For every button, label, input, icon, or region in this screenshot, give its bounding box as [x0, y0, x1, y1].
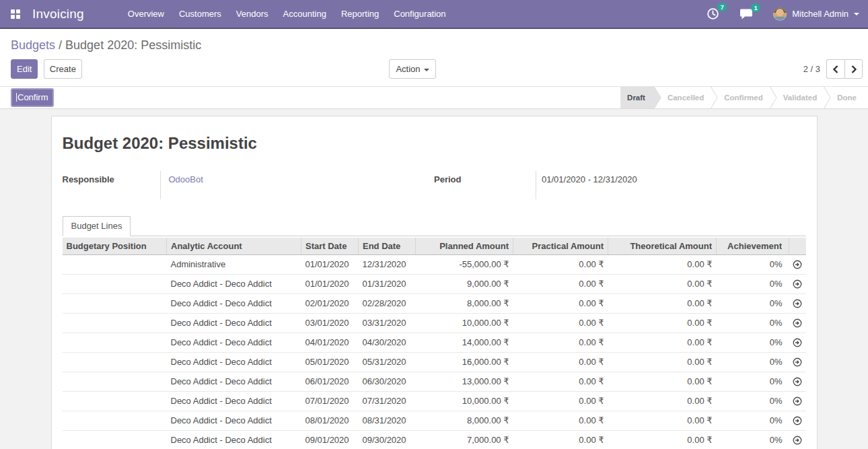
status-step-draft[interactable]: Draft — [620, 87, 661, 108]
cell-planned-amount: 8,000.00 ₹ — [416, 411, 513, 431]
cell-budgetary-position — [63, 314, 167, 333]
tab-budget-lines[interactable]: Budget Lines — [63, 216, 131, 236]
menu-overview[interactable]: Overview — [120, 0, 172, 28]
arrow-circle-right-icon[interactable] — [793, 416, 802, 425]
budget-line-row[interactable]: Deco Addict - Deco Addict05/01/202005/31… — [63, 353, 806, 372]
cell-end-date: 12/31/2020 — [359, 255, 416, 275]
arrow-circle-right-icon[interactable] — [793, 299, 802, 308]
budget-line-row[interactable]: Deco Addict - Deco Addict08/01/202008/31… — [63, 411, 806, 431]
open-record-cell[interactable] — [789, 411, 806, 431]
open-record-cell[interactable] — [789, 431, 806, 449]
status-step-confirmed[interactable]: Confirmed — [718, 87, 769, 108]
open-record-cell[interactable] — [789, 255, 806, 275]
pager-previous-button[interactable] — [826, 59, 844, 79]
menu-reporting[interactable]: Reporting — [334, 0, 386, 28]
pager-next-button[interactable] — [844, 59, 863, 79]
create-button[interactable]: Create — [44, 59, 82, 79]
cell-planned-amount: 9,000.00 ₹ — [416, 275, 513, 294]
menu-customers[interactable]: Customers — [172, 0, 229, 28]
open-record-cell[interactable] — [789, 333, 806, 353]
cell-budgetary-position — [63, 431, 167, 449]
systray: 7 1 Mitchell Admin — [707, 7, 868, 21]
arrow-circle-right-icon[interactable] — [793, 260, 802, 269]
cell-achievement: 0% — [717, 411, 789, 431]
budget-line-row[interactable]: Administrative01/01/202012/31/2020-55,00… — [63, 255, 806, 275]
message-count-badge: 1 — [751, 3, 760, 12]
breadcrumb: Budgets / Budget 2020: Pessimistic — [0, 29, 868, 55]
step-separator — [710, 87, 718, 108]
budget-line-row[interactable]: Deco Addict - Deco Addict03/01/202003/31… — [63, 314, 806, 333]
edit-button[interactable]: Edit — [11, 59, 38, 79]
budget-line-row[interactable]: Deco Addict - Deco Addict06/01/202006/30… — [63, 372, 806, 392]
user-menu[interactable]: Mitchell Admin — [773, 7, 859, 21]
cell-end-date: 07/31/2020 — [359, 392, 416, 411]
column-header-theoretical-amount[interactable]: Theoretical Amount — [608, 238, 717, 255]
cell-achievement: 0% — [717, 392, 789, 411]
menu-vendors[interactable]: Vendors — [229, 0, 276, 28]
cell-start-date: 03/01/2020 — [301, 314, 359, 333]
column-header-practical-amount[interactable]: Practical Amount — [513, 238, 608, 255]
status-step-done[interactable]: Done — [831, 87, 863, 108]
cell-theoretical-amount: 0.00 ₹ — [608, 372, 717, 392]
user-avatar — [773, 7, 787, 21]
cell-analytic-account: Deco Addict - Deco Addict — [167, 431, 301, 449]
budget-line-row[interactable]: Deco Addict - Deco Addict09/01/202009/30… — [63, 431, 806, 449]
arrow-circle-right-icon[interactable] — [793, 396, 802, 406]
cell-practical-amount: 0.00 ₹ — [513, 353, 608, 372]
open-record-cell[interactable] — [789, 275, 806, 294]
status-step-validated[interactable]: Validated — [777, 87, 824, 108]
text-cursor — [16, 93, 17, 102]
column-header-planned-amount[interactable]: Planned Amount — [416, 238, 513, 255]
status-pipeline: DraftCancelledConfirmedValidatedDone — [620, 87, 863, 108]
action-menu-button[interactable]: Action — [389, 59, 436, 79]
cell-analytic-account: Deco Addict - Deco Addict — [167, 275, 301, 294]
cell-end-date: 04/30/2020 — [359, 333, 416, 353]
arrow-circle-right-icon[interactable] — [793, 279, 802, 289]
arrow-circle-right-icon[interactable] — [793, 377, 802, 386]
cell-start-date: 06/01/2020 — [301, 372, 359, 392]
budget-line-row[interactable]: Deco Addict - Deco Addict07/01/202007/31… — [63, 392, 806, 411]
arrow-circle-right-icon[interactable] — [793, 357, 802, 367]
apps-menu-button[interactable] — [0, 0, 31, 28]
menu-configuration[interactable]: Configuration — [386, 0, 453, 28]
notebook: Budget Lines Budgetary PositionAnalytic … — [63, 216, 806, 449]
budget-line-row[interactable]: Deco Addict - Deco Addict01/01/202001/31… — [63, 275, 806, 294]
budget-line-row[interactable]: Deco Addict - Deco Addict04/01/202004/30… — [63, 333, 806, 353]
menu-accounting[interactable]: Accounting — [276, 0, 334, 28]
column-header-start-date[interactable]: Start Date — [301, 238, 359, 255]
messages-button[interactable]: 1 — [739, 8, 753, 20]
breadcrumb-separator: / — [55, 38, 65, 52]
cell-budgetary-position — [63, 333, 167, 353]
activities-button[interactable]: 7 — [707, 7, 719, 20]
open-record-cell[interactable] — [789, 314, 806, 333]
field-period: Period 01/01/2020 - 12/31/2020 — [434, 171, 806, 199]
column-header-end-date[interactable]: End Date — [359, 238, 416, 255]
open-record-cell[interactable] — [789, 294, 806, 314]
confirm-button[interactable]: Confirm — [11, 88, 54, 107]
user-name: Mitchell Admin — [792, 9, 848, 19]
cell-practical-amount: 0.00 ₹ — [513, 255, 608, 275]
cell-analytic-account: Deco Addict - Deco Addict — [167, 294, 301, 314]
status-step-cancelled[interactable]: Cancelled — [661, 87, 710, 108]
app-title[interactable]: Invoicing — [32, 7, 84, 22]
cell-practical-amount: 0.00 ₹ — [513, 294, 608, 314]
column-header-analytic-account[interactable]: Analytic Account — [167, 238, 301, 255]
field-value-responsible[interactable]: OdooBot — [169, 174, 203, 184]
column-header-budgetary-position[interactable]: Budgetary Position — [63, 238, 167, 255]
open-record-cell[interactable] — [789, 372, 806, 392]
arrow-circle-right-icon[interactable] — [793, 436, 802, 445]
budget-line-row[interactable]: Deco Addict - Deco Addict02/01/202002/28… — [63, 294, 806, 314]
pager: 2 / 3 — [803, 59, 863, 79]
open-record-cell[interactable] — [789, 392, 806, 411]
breadcrumb-budgets-link[interactable]: Budgets — [11, 38, 55, 52]
cell-planned-amount: 13,000.00 ₹ — [416, 372, 513, 392]
column-header-achievement[interactable]: Achievement — [717, 238, 789, 255]
column-header-actions — [789, 238, 806, 255]
record-title: Budget 2020: Pessimistic — [63, 134, 806, 152]
cell-achievement: 0% — [717, 294, 789, 314]
open-record-cell[interactable] — [789, 353, 806, 372]
arrow-circle-right-icon[interactable] — [793, 318, 802, 328]
field-label-responsible: Responsible — [63, 171, 160, 199]
arrow-circle-right-icon[interactable] — [793, 338, 802, 347]
cell-achievement: 0% — [717, 275, 789, 294]
